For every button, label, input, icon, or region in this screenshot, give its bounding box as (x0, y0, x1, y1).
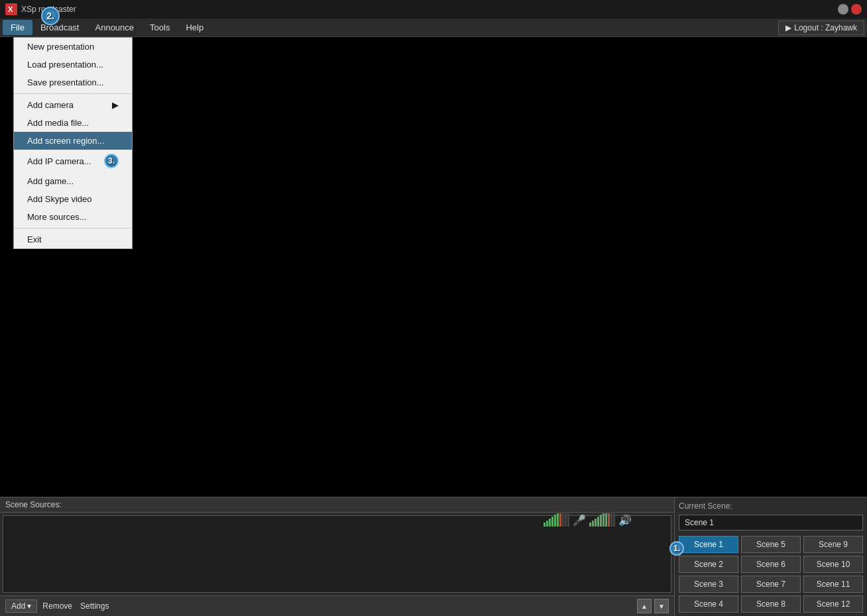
menu-load-presentation[interactable]: Load presentation... (14, 56, 132, 74)
menu-add-screen-region[interactable]: Add screen region... (14, 132, 132, 150)
add-source-button[interactable]: Add ▾ (5, 599, 37, 613)
add-ip-camera-label: Add IP camera... (27, 156, 91, 166)
scene-button-3[interactable]: Scene 9 (803, 536, 863, 553)
meter-bar-r7 (605, 513, 607, 527)
scene-button-1[interactable]: Scene 1 (679, 536, 738, 553)
add-media-file-label: Add media file... (27, 118, 89, 128)
menu-add-game[interactable]: Add game... (14, 172, 132, 190)
menu-more-sources[interactable]: More sources... (14, 208, 132, 226)
sources-list (3, 515, 671, 593)
audio-section: 🎤 🔊 (544, 513, 632, 527)
add-screen-region-label: Add screen region... (27, 136, 104, 146)
scene-button-8[interactable]: Scene 7 (741, 576, 801, 593)
scene-button-10[interactable]: Scene 4 (679, 595, 738, 613)
titlebar: X XSp roadcaster (0, 0, 867, 19)
app-logo: X (5, 3, 17, 15)
menu-add-media-file[interactable]: Add media file... (14, 114, 132, 132)
menu-file[interactable]: File (3, 20, 32, 35)
scene-button-12[interactable]: Scene 12 (803, 595, 863, 613)
menu-add-skype-video[interactable]: Add Skype video (14, 190, 132, 208)
scene-button-2[interactable]: Scene 5 (741, 536, 801, 553)
meter-bar-5 (554, 515, 556, 527)
menubar: File Broadcast Announce Tools Help ▶ Log… (0, 19, 867, 37)
source-order-arrows: ▲ ▼ (637, 599, 669, 613)
svg-text:X: X (8, 5, 13, 13)
separator-1 (14, 93, 132, 94)
menu-help[interactable]: Help (178, 20, 211, 35)
submenu-arrow: ▶ (112, 100, 119, 110)
meter-bar-1 (544, 523, 546, 527)
meter-bar-4 (551, 517, 553, 527)
menu-add-camera[interactable]: Add camera ▶ (14, 96, 132, 114)
more-sources-label: More sources... (27, 212, 87, 222)
file-dropdown-menu: New presentation Load presentation... Sa… (13, 37, 133, 249)
sources-label: Scene Sources: (0, 497, 674, 513)
play-icon: ▶ (785, 23, 791, 32)
settings-source-button[interactable]: Settings (80, 601, 109, 611)
scene-panel: Current Scene: 1. Scene 1Scene 5Scene 9S… (675, 497, 867, 616)
step-1-badge: 1. (669, 541, 684, 556)
meter-bar-r8 (608, 513, 610, 527)
meter-bar-r2 (592, 521, 594, 527)
load-presentation-label: Load presentation... (27, 60, 103, 70)
meter-bar-r6 (603, 513, 605, 527)
meter-bar-10 (567, 513, 569, 527)
menu-broadcast[interactable]: Broadcast (32, 20, 87, 35)
dropdown-arrow-icon: ▾ (27, 601, 31, 611)
right-meter (589, 513, 615, 527)
menu-announce[interactable]: Announce (87, 20, 143, 35)
add-camera-label: Add camera (27, 100, 74, 110)
bottom-panel: Scene Sources: 🎤 (0, 497, 867, 616)
scene-button-5[interactable]: Scene 6 (741, 556, 801, 573)
meter-bar-r10 (613, 513, 615, 527)
mic-icon: 🎤 (573, 514, 586, 527)
scene-button-6[interactable]: Scene 10 (803, 556, 863, 573)
left-meter (544, 513, 569, 527)
move-up-button[interactable]: ▲ (637, 599, 652, 613)
window-controls (838, 4, 862, 15)
current-scene-row: Current Scene: (679, 501, 863, 512)
meter-bar-r3 (595, 519, 597, 527)
meter-bar-r1 (589, 523, 591, 527)
scene-button-7[interactable]: Scene 3 (679, 576, 738, 593)
meter-bar-6 (557, 513, 559, 527)
meter-bar-r9 (610, 513, 612, 527)
new-presentation-label: New presentation (27, 42, 94, 52)
scene-button-9[interactable]: Scene 11 (803, 576, 863, 593)
scene-button-4[interactable]: Scene 2 (679, 556, 738, 573)
meter-bar-r5 (600, 515, 602, 527)
logout-label: Logout : Zayhawk (794, 23, 857, 32)
current-scene-label: Current Scene: (679, 501, 732, 511)
minimize-button[interactable] (838, 4, 848, 15)
add-game-label: Add game... (27, 176, 74, 186)
menu-add-ip-camera[interactable]: Add IP camera... 3. (14, 150, 132, 172)
scene-button-11[interactable]: Scene 8 (741, 595, 801, 613)
add-label: Add (11, 601, 25, 611)
sources-panel: Scene Sources: 🎤 (0, 497, 675, 616)
remove-source-button[interactable]: Remove (42, 601, 72, 611)
meter-bar-3 (549, 519, 551, 527)
scene-grid-wrapper: 1. Scene 1Scene 5Scene 9Scene 2Scene 6Sc… (679, 536, 863, 613)
exit-label: Exit (27, 234, 42, 244)
current-scene-input[interactable] (679, 515, 863, 531)
save-presentation-label: Save presentation... (27, 77, 104, 87)
speaker-icon: 🔊 (618, 514, 632, 527)
scene-grid: Scene 1Scene 5Scene 9Scene 2Scene 6Scene… (679, 536, 863, 613)
step-3-badge: 3. (104, 154, 119, 168)
close-button[interactable] (851, 4, 862, 15)
add-skype-video-label: Add Skype video (27, 194, 92, 204)
menu-save-presentation[interactable]: Save presentation... (14, 74, 132, 91)
menu-tools[interactable]: Tools (142, 20, 178, 35)
menu-new-presentation[interactable]: New presentation (14, 38, 132, 56)
step-2-badge: 2. (41, 7, 60, 25)
meter-bar-2 (546, 521, 548, 527)
menu-exit[interactable]: Exit (14, 231, 132, 248)
app-title: XSp roadcaster (21, 5, 838, 14)
move-down-button[interactable]: ▼ (654, 599, 669, 613)
meter-bar-r4 (597, 517, 599, 527)
logout-button[interactable]: ▶ Logout : Zayhawk (778, 21, 864, 35)
sources-toolbar: Add ▾ Remove Settings ▲ ▼ (0, 595, 674, 616)
separator-2 (14, 228, 132, 229)
meter-bar-8 (562, 513, 564, 527)
meter-bar-7 (559, 513, 561, 527)
